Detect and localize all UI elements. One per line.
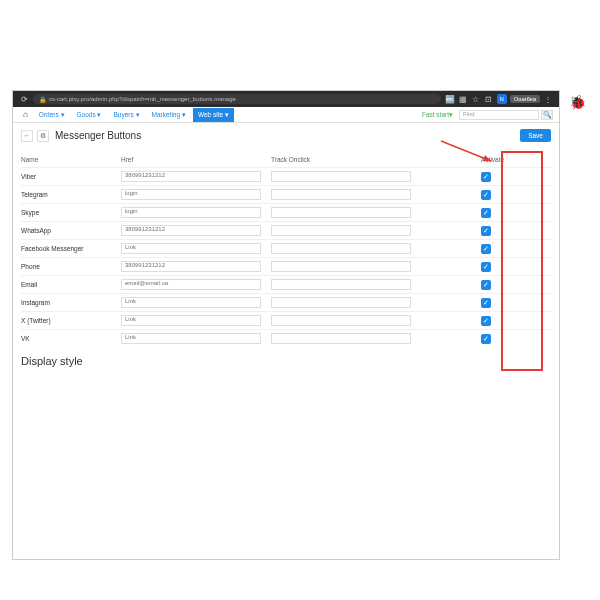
track-input[interactable] bbox=[271, 261, 411, 272]
nav-orders[interactable]: Orders ▾ bbox=[34, 108, 70, 122]
href-input[interactable]: email@email.ua bbox=[121, 279, 261, 290]
table-row: InstagramLink✓ bbox=[21, 293, 551, 311]
back-button[interactable]: ← bbox=[21, 130, 33, 142]
messenger-table: Name Href Track Onclick Activate Viber38… bbox=[21, 152, 551, 347]
url-text: cs-cart.pixy.pro/admin.php?dispatch=mb_m… bbox=[49, 96, 236, 102]
search-button[interactable]: 🔍 bbox=[541, 110, 553, 120]
lock-icon: 🔒 bbox=[39, 96, 46, 103]
row-name: WhatsApp bbox=[21, 227, 121, 234]
col-header-name: Name bbox=[21, 156, 121, 163]
row-name: Viber bbox=[21, 173, 121, 180]
table-row: Telegramlogin✓ bbox=[21, 185, 551, 203]
table-row: WhatsApp380991231212✓ bbox=[21, 221, 551, 239]
href-input[interactable]: login bbox=[121, 189, 261, 200]
page-title: Messenger Buttons bbox=[55, 130, 141, 141]
save-button[interactable]: Save bbox=[520, 129, 551, 142]
track-input[interactable] bbox=[271, 225, 411, 236]
href-input[interactable]: Link bbox=[121, 333, 261, 344]
row-name: Phone bbox=[21, 263, 121, 270]
href-input[interactable]: 380991231212 bbox=[121, 261, 261, 272]
activate-checkbox[interactable]: ✓ bbox=[481, 172, 491, 182]
href-input[interactable]: 380991231212 bbox=[121, 225, 261, 236]
nav-goods[interactable]: Goods ▾ bbox=[72, 108, 107, 122]
display-style-heading: Display style bbox=[21, 355, 551, 367]
nav-buyers[interactable]: Buyers ▾ bbox=[109, 108, 145, 122]
row-name: Facebook Messenger bbox=[21, 245, 121, 252]
search-input[interactable]: Find bbox=[459, 110, 539, 120]
star-icon[interactable]: ☆ bbox=[471, 95, 481, 104]
bug-icon: 🐞 bbox=[569, 94, 586, 110]
product-image-frame: ⟳ 🔒 cs-cart.pixy.pro/admin.php?dispatch=… bbox=[0, 0, 600, 600]
page-header: ← ⚙ Messenger Buttons Save bbox=[13, 123, 559, 148]
home-icon[interactable]: ⌂ bbox=[19, 110, 32, 119]
table-row: Viber380991231212✓ bbox=[21, 167, 551, 185]
col-header-activate: Activate bbox=[421, 156, 551, 163]
table-row: Facebook MessengerLink✓ bbox=[21, 239, 551, 257]
reload-icon[interactable]: ⟳ bbox=[19, 95, 29, 104]
col-header-track: Track Onclick bbox=[271, 156, 421, 163]
activate-checkbox[interactable]: ✓ bbox=[481, 208, 491, 218]
activate-checkbox[interactable]: ✓ bbox=[481, 298, 491, 308]
activate-checkbox[interactable]: ✓ bbox=[481, 334, 491, 344]
track-input[interactable] bbox=[271, 171, 411, 182]
table-row: VKLink✓ bbox=[21, 329, 551, 347]
translate-icon[interactable]: 🔤 bbox=[445, 95, 455, 104]
track-input[interactable] bbox=[271, 189, 411, 200]
table-header: Name Href Track Onclick Activate bbox=[21, 152, 551, 167]
href-input[interactable]: 380991231212 bbox=[121, 171, 261, 182]
row-name: Email bbox=[21, 281, 121, 288]
href-input[interactable]: Link bbox=[121, 297, 261, 308]
row-name: Instagram bbox=[21, 299, 121, 306]
table-row: Emailemail@email.ua✓ bbox=[21, 275, 551, 293]
track-input[interactable] bbox=[271, 315, 411, 326]
profile-badge[interactable]: N bbox=[497, 94, 507, 104]
href-input[interactable]: Link bbox=[121, 243, 261, 254]
url-bar[interactable]: 🔒 cs-cart.pixy.pro/admin.php?dispatch=mb… bbox=[33, 94, 441, 104]
nav-website[interactable]: Web site ▾ bbox=[193, 108, 234, 122]
table-row: Skypelogin✓ bbox=[21, 203, 551, 221]
activate-checkbox[interactable]: ✓ bbox=[481, 190, 491, 200]
table-row: X (Twitter)Link✓ bbox=[21, 311, 551, 329]
browser-menu-icon[interactable]: ⋮ bbox=[543, 95, 553, 104]
row-name: VK bbox=[21, 335, 121, 342]
settings-button[interactable]: ⚙ bbox=[37, 130, 49, 142]
track-input[interactable] bbox=[271, 207, 411, 218]
admin-top-nav: ⌂ Orders ▾ Goods ▾ Buyers ▾ Marketing ▾ … bbox=[13, 107, 559, 123]
browser-toolbar: ⟳ 🔒 cs-cart.pixy.pro/admin.php?dispatch=… bbox=[13, 91, 559, 107]
track-input[interactable] bbox=[271, 297, 411, 308]
href-input[interactable]: Link bbox=[121, 315, 261, 326]
row-name: Skype bbox=[21, 209, 121, 216]
screenshot-window: ⟳ 🔒 cs-cart.pixy.pro/admin.php?dispatch=… bbox=[12, 90, 560, 560]
row-name: X (Twitter) bbox=[21, 317, 121, 324]
activate-checkbox[interactable]: ✓ bbox=[481, 244, 491, 254]
track-input[interactable] bbox=[271, 279, 411, 290]
error-button[interactable]: Ошибка bbox=[510, 95, 540, 103]
qr-icon[interactable]: ▦ bbox=[458, 95, 468, 104]
fast-start-link[interactable]: Fast start▾ bbox=[418, 111, 457, 119]
nav-marketing[interactable]: Marketing ▾ bbox=[147, 108, 191, 122]
main-content: Name Href Track Onclick Activate Viber38… bbox=[13, 148, 559, 371]
extensions-icon[interactable]: ⊡ bbox=[484, 95, 494, 104]
col-header-href: Href bbox=[121, 156, 271, 163]
row-name: Telegram bbox=[21, 191, 121, 198]
href-input[interactable]: login bbox=[121, 207, 261, 218]
table-row: Phone380991231212✓ bbox=[21, 257, 551, 275]
activate-checkbox[interactable]: ✓ bbox=[481, 316, 491, 326]
activate-checkbox[interactable]: ✓ bbox=[481, 262, 491, 272]
activate-checkbox[interactable]: ✓ bbox=[481, 226, 491, 236]
track-input[interactable] bbox=[271, 333, 411, 344]
activate-checkbox[interactable]: ✓ bbox=[481, 280, 491, 290]
track-input[interactable] bbox=[271, 243, 411, 254]
